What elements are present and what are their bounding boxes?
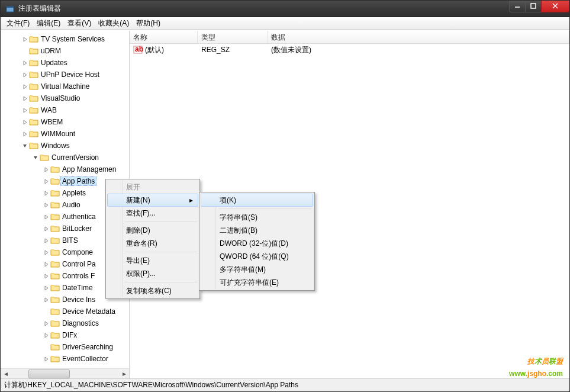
svg-text:ab: ab bbox=[135, 46, 143, 53]
scroll-right-button[interactable]: ▸ bbox=[119, 369, 129, 379]
expander-icon[interactable] bbox=[42, 248, 50, 256]
menu-file[interactable]: 文件(F) bbox=[3, 17, 33, 30]
expander-icon[interactable] bbox=[42, 177, 50, 185]
expander-icon[interactable] bbox=[42, 224, 50, 233]
reg-string-icon: ab bbox=[133, 46, 143, 54]
minimize-button[interactable] bbox=[509, 1, 526, 12]
expander-icon[interactable] bbox=[42, 213, 50, 221]
tree-label: BITS bbox=[62, 236, 78, 245]
tree-item[interactable]: Virtual Machine bbox=[1, 81, 129, 92]
tree-item[interactable]: Device Metadata bbox=[1, 306, 129, 317]
col-type[interactable]: 类型 bbox=[198, 31, 268, 43]
expander-icon[interactable] bbox=[42, 331, 50, 339]
cm-rename[interactable]: 重命名(R) bbox=[107, 237, 198, 250]
tree-item[interactable]: DriverSearching bbox=[1, 341, 129, 353]
tree-item[interactable]: DIFx bbox=[1, 329, 129, 341]
folder-icon bbox=[50, 260, 60, 268]
tree-item[interactable]: EventCollector bbox=[1, 353, 129, 365]
expander-icon[interactable] bbox=[42, 284, 50, 292]
expander-icon[interactable] bbox=[21, 106, 29, 114]
folder-icon bbox=[50, 248, 60, 256]
cm-new-multistring[interactable]: 多字符串值(M) bbox=[201, 263, 313, 276]
folder-icon bbox=[29, 130, 38, 138]
cm-delete[interactable]: 删除(D) bbox=[107, 224, 198, 237]
expander-icon[interactable] bbox=[42, 201, 50, 209]
expander-icon[interactable] bbox=[21, 70, 29, 79]
tree-label: DateTime bbox=[62, 284, 93, 292]
cm-new-qword[interactable]: QWORD (64 位)值(Q) bbox=[201, 250, 313, 263]
tree-item[interactable]: uDRM bbox=[1, 45, 129, 57]
folder-icon bbox=[29, 59, 38, 67]
tree-label: Device Ins bbox=[62, 295, 95, 304]
tree-label: App Managemen bbox=[62, 165, 116, 173]
cm-new-key[interactable]: 项(K) bbox=[201, 194, 313, 207]
list-row[interactable]: ab (默认) REG_SZ (数值未设置) bbox=[130, 44, 569, 54]
folder-icon bbox=[50, 284, 60, 292]
cm-new-string[interactable]: 字符串值(S) bbox=[201, 211, 313, 224]
tree-item[interactable]: WBEM bbox=[1, 116, 129, 128]
tree-item[interactable]: UPnP Device Host bbox=[1, 69, 129, 81]
tree-item[interactable]: WIMMount bbox=[1, 128, 129, 140]
menu-view[interactable]: 查看(V) bbox=[64, 17, 95, 30]
expander-icon[interactable] bbox=[42, 319, 50, 327]
expander-icon[interactable] bbox=[42, 355, 50, 363]
expander-icon[interactable] bbox=[21, 130, 29, 138]
menubar: 文件(F) 编辑(E) 查看(V) 收藏夹(A) 帮助(H) bbox=[1, 17, 569, 30]
cm-new-expandable[interactable]: 可扩充字符串值(E) bbox=[201, 276, 313, 289]
menu-help[interactable]: 帮助(H) bbox=[133, 17, 164, 30]
expander-icon[interactable] bbox=[21, 142, 29, 150]
tree-item[interactable]: Windows bbox=[1, 140, 129, 152]
scroll-thumb[interactable] bbox=[28, 369, 70, 378]
menu-edit[interactable]: 编辑(E) bbox=[33, 17, 64, 30]
expander-icon[interactable] bbox=[42, 236, 50, 245]
folder-icon bbox=[29, 47, 38, 55]
titlebar[interactable]: 注册表编辑器 bbox=[1, 1, 569, 17]
tree-item[interactable]: VisualStudio bbox=[1, 92, 129, 104]
expander-icon[interactable] bbox=[42, 260, 50, 268]
tree-hscrollbar[interactable]: ◂ ▸ bbox=[1, 368, 129, 378]
expander-icon[interactable] bbox=[21, 82, 29, 91]
cm-new-binary[interactable]: 二进制值(B) bbox=[201, 224, 313, 237]
tree-item[interactable]: WAB bbox=[1, 104, 129, 116]
expander-icon[interactable] bbox=[42, 165, 50, 173]
tree-label: VisualStudio bbox=[41, 94, 80, 102]
folder-icon bbox=[50, 177, 60, 185]
cm-new[interactable]: 新建(N) ▸ bbox=[107, 194, 198, 207]
folder-icon bbox=[50, 165, 60, 173]
expander-icon[interactable] bbox=[42, 189, 50, 197]
tree-item[interactable]: App Managemen bbox=[1, 163, 129, 175]
folder-icon bbox=[29, 82, 38, 91]
svg-rect-1 bbox=[7, 7, 14, 8]
expander-icon[interactable] bbox=[21, 59, 29, 67]
tree-item[interactable]: Updates bbox=[1, 57, 129, 69]
col-data[interactable]: 数据 bbox=[268, 31, 569, 43]
tree-item[interactable]: CurrentVersion bbox=[1, 152, 129, 163]
cm-permissions[interactable]: 权限(P)... bbox=[107, 267, 198, 280]
folder-icon bbox=[50, 201, 60, 209]
folder-icon bbox=[29, 94, 38, 102]
expander-icon[interactable] bbox=[42, 272, 50, 280]
window-title: 注册表编辑器 bbox=[18, 4, 510, 14]
tree-label: EventCollector bbox=[62, 355, 108, 363]
cm-export[interactable]: 导出(E) bbox=[107, 254, 198, 267]
close-button[interactable] bbox=[541, 1, 569, 12]
expander-icon[interactable] bbox=[31, 153, 40, 162]
expander-icon[interactable] bbox=[21, 35, 29, 43]
svg-rect-3 bbox=[531, 4, 536, 8]
menu-favorites[interactable]: 收藏夹(A) bbox=[95, 17, 133, 30]
scroll-left-button[interactable]: ◂ bbox=[1, 369, 11, 379]
tree-item[interactable]: TV System Services bbox=[1, 33, 129, 45]
expander-icon[interactable] bbox=[21, 94, 29, 102]
expander-icon[interactable] bbox=[42, 295, 50, 304]
folder-icon bbox=[29, 35, 38, 43]
tree-label: Applets bbox=[62, 189, 86, 197]
col-name[interactable]: 名称 bbox=[130, 31, 198, 43]
cm-find[interactable]: 查找(F)... bbox=[107, 207, 198, 220]
tree-item[interactable]: Diagnostics bbox=[1, 317, 129, 329]
expander-icon[interactable] bbox=[21, 118, 29, 126]
folder-icon bbox=[50, 319, 60, 327]
maximize-button[interactable] bbox=[525, 1, 542, 12]
cm-new-dword[interactable]: DWORD (32-位)值(D) bbox=[201, 237, 313, 250]
cm-copy-key-name[interactable]: 复制项名称(C) bbox=[107, 284, 198, 297]
cm-expand[interactable]: 展开 bbox=[107, 181, 198, 194]
